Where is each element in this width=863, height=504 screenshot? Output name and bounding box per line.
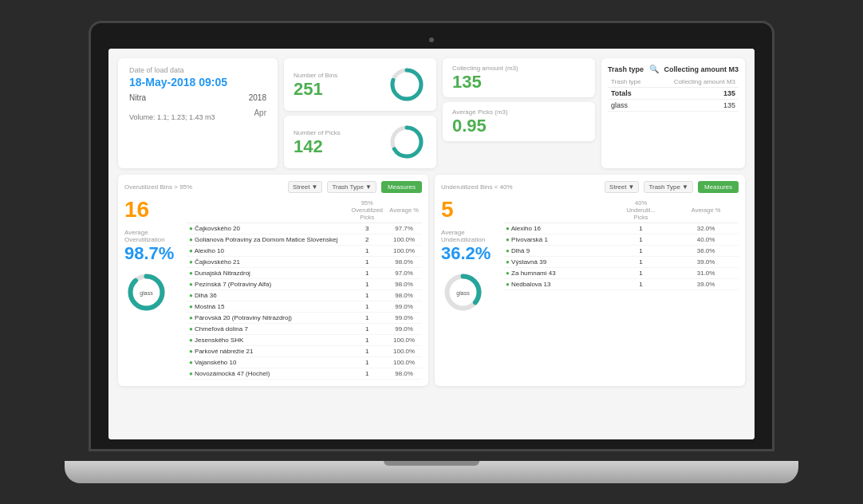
underutilized-header: Underutilized Bins < 40% Street ▼ Trash … [441,181,739,193]
row-picks: 3 [348,223,386,234]
avg-under-label: Average Underutilization [441,229,497,243]
row-value: 135 [653,88,739,100]
measures-button-2[interactable]: Measures [698,181,739,193]
volume-label: Volume: 1.1; 1.23; 1.43 m3 [129,113,215,121]
street-filter-label-2: Street [609,183,626,191]
street-filter-btn[interactable]: Street ▼ [288,181,322,193]
row-picks: 1 [348,257,386,268]
overutilized-panel: Overutilized Bins > 95% Street ▼ Trash T… [118,175,428,386]
bins-card: Number of Bins 251 [284,58,436,111]
col-collecting: Collecting amount M3 [653,77,739,88]
row-street: ● Výstavná 39 [503,257,609,268]
stats-area: Number of Bins 251 [284,58,745,168]
table-row: ● Chmeľová dolina 7 1 99.0% [187,324,422,335]
col-pct-under: 40%Underutil...Picks [609,198,673,223]
city-label: Nitra [129,93,146,102]
row-avg: 97.0% [386,268,422,279]
picks-value: 142 [294,138,379,156]
overutilized-table-wrap: 95%OverutilizedPicks Average % ● Čajkovs… [187,198,422,380]
picks-card: Number of Picks 142 [284,116,436,168]
table-row: ● Výstavná 39 1 39.0% [503,257,739,268]
table-row: ● Dunajská Nitrazdroj 1 97.0% [187,268,422,279]
row-avg: 100.0% [386,246,422,257]
row-avg: 31.0% [673,268,739,279]
table-row: ● Párovská 20 (Potraviny Nitrazdroj) 1 9… [187,313,422,324]
date-value: 18-May-2018 09:05 [129,76,266,89]
collecting-label: Collecting amount (m3) [452,65,585,72]
trash-filter-btn-2[interactable]: Trash Type ▼ [644,181,693,193]
row-picks: 1 [348,301,386,313]
bins-label: Number of Bins [294,72,379,79]
underutilized-stats: 5 Average Underutilization 36.2% glass [441,198,497,316]
picks-label: Number of Picks [294,129,379,136]
avg-over-value: 98.7% [124,243,174,264]
trash-type-table: Trash type Collecting amount M3 Totals 1… [608,77,739,112]
row-avg: 100.0% [386,357,422,368]
collecting-value: 135 [452,73,585,91]
overutilized-header: Overutilized Bins > 95% Street ▼ Trash T… [124,181,422,193]
row-picks: 1 [348,324,386,335]
table-row: ● Vajanského 10 1 100.0% [187,357,422,368]
overutilized-table: 95%OverutilizedPicks Average % ● Čajkovs… [187,198,422,380]
bottom-section: Overutilized Bins > 95% Street ▼ Trash T… [118,175,745,386]
underutilized-title: Underutilized Bins < 40% [441,183,600,191]
underutilized-table-wrap: 40%Underutil...Picks Average % ● Alexiho… [503,198,739,316]
table-row: ● Dlhá 36 1 98.0% [187,290,422,301]
table-row: ● Pivovarská 1 1 40.0% [503,234,739,246]
row-type: Totals [608,88,653,100]
row-picks: 1 [609,234,673,246]
row-street: ● Alexiho 16 [503,223,609,234]
row-street: ● Jesenského SHK [187,335,348,346]
trash-filter-btn[interactable]: Trash Type ▼ [327,181,376,193]
collecting-avg-group: Collecting amount (m3) 135 Average Picks… [443,58,595,168]
overutilized-donut: glass [124,270,168,316]
underutilized-value: 5 [441,198,454,222]
row-picks: 1 [609,246,673,257]
row-picks: 1 [348,313,386,324]
row-street: ● Novozámocká 47 (Hochel) [187,368,348,380]
underutilized-panel: Underutilized Bins < 40% Street ▼ Trash … [435,175,745,386]
row-picks: 1 [348,279,386,290]
underutilized-table: 40%Underutil...Picks Average % ● Alexiho… [503,198,739,290]
overutilized-body: 16 Average Overutilization 98.7% glass [124,198,422,380]
row-avg: 100.0% [386,346,422,357]
table-row: ● Čajkovského 21 1 98.0% [187,257,422,268]
bins-value: 251 [294,81,379,98]
trash-filter-label: Trash Type [332,183,364,191]
overutilized-value: 16 [124,198,149,222]
collecting-header-label: Collecting amount M3 [664,65,739,73]
laptop-base [65,461,798,483]
trash-chevron-icon-2: ▼ [682,183,688,191]
row-picks: 1 [609,279,673,290]
measures-button[interactable]: Measures [381,181,422,193]
row-avg: 99.0% [386,324,422,335]
search-icon[interactable]: 🔍 [649,65,659,73]
row-avg: 98.0% [386,290,422,301]
row-avg: 39.0% [673,279,739,290]
table-row: ● Dlhá 9 1 36.0% [503,246,739,257]
avg-over-label: Average Overutilization [124,229,180,243]
bins-donut [387,65,427,104]
row-picks: 1 [348,346,386,357]
overutilized-title: Overutilized Bins > 95% [124,183,283,191]
picks-text: Number of Picks 142 [294,129,379,156]
trash-type-title: Trash type [608,65,644,73]
overutilized-stats: 16 Average Overutilization 98.7% glass [124,198,180,380]
row-picks: 1 [609,257,673,268]
col-street-2 [503,198,609,223]
trash-chevron-icon: ▼ [365,183,372,191]
volume-row: Volume: 1.1; 1.23; 1.43 m3 Apr [129,108,266,121]
table-row: ● Pezínská 7 (Potraviny Alfa) 1 98.0% [187,279,422,290]
street-filter-btn-2[interactable]: Street ▼ [605,181,639,193]
underutilized-body: 5 Average Underutilization 36.2% glass [441,198,739,316]
row-street: ● Dlhá 9 [503,246,609,257]
row-street: ● Chmeľová dolina 7 [187,324,348,335]
avg-picks-text: Average Picks (m3) 0.95 [452,108,585,135]
svg-text:glass: glass [140,290,153,297]
row-avg: 98.0% [386,279,422,290]
street-filter-label: Street [293,183,309,191]
collecting-card: Collecting amount (m3) 135 [443,58,595,97]
street-chevron-icon-2: ▼ [628,183,634,191]
col-avg-over: Average % [386,198,422,223]
row-picks: 1 [348,357,386,368]
